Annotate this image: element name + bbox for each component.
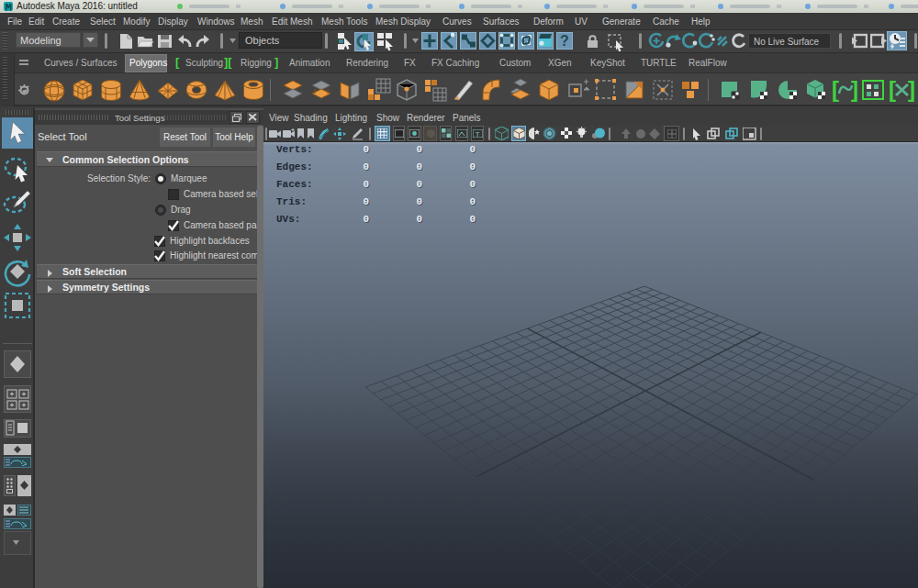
svg-text:T: T — [476, 130, 480, 138]
svg-text:[: [ — [832, 77, 839, 102]
svg-text:]: ] — [908, 77, 915, 102]
svg-text:]: ] — [851, 77, 858, 102]
svg-text:?: ? — [560, 33, 569, 49]
svg-text:[: [ — [889, 77, 896, 102]
